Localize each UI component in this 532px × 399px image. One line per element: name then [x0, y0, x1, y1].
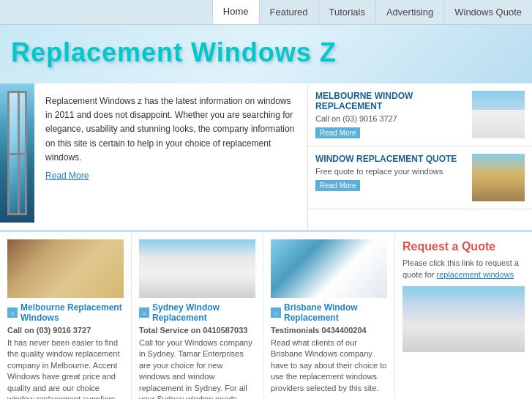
hero-image-inner [0, 83, 34, 223]
col-text-melbourne: It has never been easier to find the qua… [7, 338, 124, 399]
col-header-melbourne: ⌂ Melbourne Replacement Windows [7, 302, 124, 323]
site-header: Replacement Windows Z [0, 25, 532, 83]
sidebar-card-quote: WINDOW REPLACEMENT QUOTE Free quote to r… [308, 146, 532, 209]
col-title-brisbane[interactable]: Brisbane Window Replacement [284, 302, 387, 323]
quote-title-request: Request [402, 240, 452, 253]
brisbane-image [271, 239, 387, 298]
col-header-brisbane: ⌂ Brisbane Window Replacement [271, 302, 387, 323]
quote-description: Please click this link to request a quot… [402, 258, 525, 280]
sidebar-card-img-2 [472, 154, 525, 201]
home-icon-syd: ⌂ [139, 307, 149, 318]
sidebar-read-more-1[interactable]: Read More [315, 127, 360, 138]
sidebar-read-more-2[interactable]: Read More [315, 180, 360, 191]
col-melbourne: ⌂ Melbourne Replacement Windows Call on … [0, 232, 132, 399]
quote-title-quote: Quote [462, 240, 495, 253]
col-subtitle-brisbane: Testimonials 0434400204 [271, 326, 387, 335]
col-title-sydney[interactable]: Sydney Window Replacement [152, 302, 255, 323]
col-img-melbourne [7, 239, 124, 298]
house-image-1 [472, 91, 525, 138]
main-content-top: Replacement Windows z has the latest inf… [0, 83, 532, 230]
melbourne-image [7, 239, 124, 298]
bottom-section: ⌂ Melbourne Replacement Windows Call on … [0, 230, 532, 399]
nav-windows-quote[interactable]: Windows Quote [443, 0, 532, 24]
navigation: Home Featured Tutorials Advertising Wind… [0, 0, 532, 25]
hero-read-more[interactable]: Read More [45, 171, 89, 181]
quote-title-a: a [452, 240, 462, 253]
col-subtitle-sydney: Total Service on 0410587033 [139, 326, 255, 335]
sidebar-card-melbourne: MELBOURNE WINDOW REPLACEMENT Call on (03… [308, 83, 532, 146]
col-sydney: ⌂ Sydney Window Replacement Total Servic… [132, 232, 263, 399]
sidebar-card-title-1: MELBOURNE WINDOW REPLACEMENT [315, 91, 466, 111]
sidebar-card-content-1: MELBOURNE WINDOW REPLACEMENT Call on (03… [315, 91, 466, 138]
col-title-melbourne[interactable]: Melbourne Replacement Windows [20, 302, 124, 323]
sidebar-card-title-2: WINDOW REPLACEMENT QUOTE [315, 154, 466, 164]
sidebar-card-content-2: WINDOW REPLACEMENT QUOTE Free quote to r… [315, 154, 466, 201]
home-icon-melb: ⌂ [7, 307, 18, 318]
col-text-brisbane: Read what clients of our Brisbane Window… [271, 338, 387, 394]
quote-sidebar: Request a Quote Please click this link t… [395, 232, 532, 399]
col-img-brisbane [271, 239, 387, 298]
quote-house-image [402, 286, 525, 352]
sidebar-top: MELBOURNE WINDOW REPLACEMENT Call on (03… [307, 83, 532, 230]
sidebar-card-img-1 [472, 91, 525, 138]
nav-advertising[interactable]: Advertising [375, 0, 443, 24]
hero-description: Replacement Windows z has the latest inf… [45, 94, 296, 165]
col-subtitle-melbourne: Call on (03) 9016 3727 [7, 326, 124, 335]
window-frame-decoration [7, 91, 27, 215]
home-icon-bris: ⌂ [271, 307, 281, 318]
col-text-sydney: Call for your Windows company in Sydney.… [139, 338, 255, 399]
house-image-2 [472, 154, 525, 201]
nav-featured[interactable]: Featured [259, 0, 318, 24]
sidebar-card-text-2: Free quote to replace your windows [315, 167, 466, 176]
col-brisbane: ⌂ Brisbane Window Replacement Testimonia… [263, 232, 395, 399]
quote-link[interactable]: replacement windows [436, 270, 514, 279]
hero-text-area: Replacement Windows z has the latest inf… [34, 83, 307, 223]
quote-title: Request a Quote [402, 239, 525, 253]
site-logo[interactable]: Replacement Windows Z [11, 37, 337, 68]
hero-section: Replacement Windows z has the latest inf… [0, 83, 307, 230]
sydney-image [139, 239, 255, 298]
col-header-sydney: ⌂ Sydney Window Replacement [139, 302, 255, 323]
nav-tutorials[interactable]: Tutorials [318, 0, 375, 24]
hero-image [0, 83, 34, 223]
col-img-sydney [139, 239, 255, 298]
nav-home[interactable]: Home [212, 0, 259, 24]
sidebar-card-text-1: Call on (03) 9016 3727 [315, 114, 466, 123]
